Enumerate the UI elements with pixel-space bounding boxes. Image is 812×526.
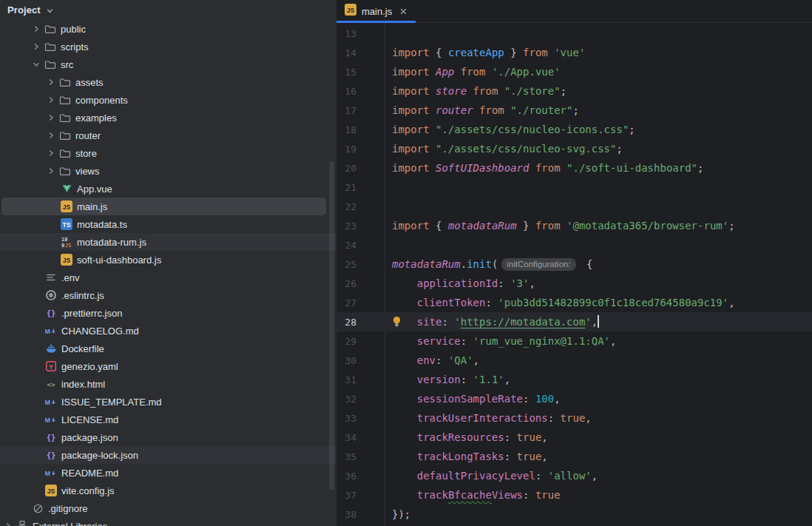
code-line-13[interactable]: 13 <box>336 24 812 43</box>
code-line-31[interactable]: 31 version: '1.1', <box>336 370 812 389</box>
tree-item-issue-template-md[interactable]: MISSUE_TEMPLATE.md <box>0 393 336 411</box>
code-line-16[interactable]: 16import store from "./store"; <box>336 81 812 101</box>
token-pln: , <box>610 335 616 347</box>
chevron-down-icon[interactable] <box>46 7 54 15</box>
line-number[interactable]: 25 <box>336 259 370 270</box>
tree-item-store[interactable]: store <box>0 144 336 162</box>
tree-item-dockerfile[interactable]: Dockerfile <box>0 340 336 357</box>
code-line-33[interactable]: 33 trackUserInteractions: true, <box>336 408 812 428</box>
line-number[interactable]: 29 <box>336 336 370 347</box>
line-number[interactable]: 20 <box>336 163 370 174</box>
line-number[interactable]: 31 <box>336 374 370 385</box>
tree-item-public[interactable]: public <box>0 20 336 38</box>
tree-item-package-lock-json[interactable]: {}package-lock.json <box>0 446 336 464</box>
code-line-37[interactable]: 37 trackBfcacheViews: true <box>336 485 812 505</box>
tree-item-app-vue[interactable]: App.vue <box>0 180 336 198</box>
code-editor[interactable]: 1314import { createApp } from 'vue'15imp… <box>336 23 812 526</box>
code-line-29[interactable]: 29 service: 'rum_vue_nginx@1.1:QA', <box>336 331 812 351</box>
line-number[interactable]: 26 <box>336 278 370 289</box>
code-line-18[interactable]: 18import "./assets/css/nucleo-icons.css"… <box>336 120 812 139</box>
chevron-right-icon[interactable] <box>46 165 55 177</box>
tree-item-motadata-ts[interactable]: TSmotadata.ts <box>0 215 336 233</box>
line-number[interactable]: 13 <box>336 28 370 39</box>
tree-item-main-js[interactable]: JSmain.js <box>0 198 336 215</box>
code-line-38[interactable]: 38}); <box>336 505 812 524</box>
tree-item-package-json[interactable]: {}package.json <box>0 428 336 446</box>
code-line-22[interactable]: 22 <box>336 197 812 216</box>
line-number[interactable]: 38 <box>336 509 370 520</box>
code-line-24[interactable]: 24 <box>336 235 812 254</box>
tree-item-index-html[interactable]: <>index.html <box>0 375 336 393</box>
chevron-right-icon[interactable] <box>31 23 41 35</box>
close-tab-icon[interactable] <box>399 7 407 16</box>
chevron-right-icon[interactable] <box>46 112 55 124</box>
line-number[interactable]: 14 <box>336 47 370 58</box>
code-line-30[interactable]: 30 env: 'QA', <box>336 351 812 370</box>
line-number[interactable]: 22 <box>336 201 370 212</box>
code-line-19[interactable]: 19import "./assets/css/nucleo-svg.css"; <box>336 139 812 158</box>
chevron-right-icon[interactable] <box>46 94 55 106</box>
tree-item-src[interactable]: src <box>0 55 336 73</box>
tree-item-external-libraries[interactable]: External Libraries <box>0 517 336 526</box>
tree-item-router[interactable]: router <box>0 127 336 144</box>
tree-item-gitignore[interactable]: .gitignore <box>0 499 336 517</box>
code-line-23[interactable]: 23import { motadataRum } from '@motadata… <box>336 216 812 235</box>
line-number[interactable]: 33 <box>336 413 370 424</box>
line-number[interactable]: 16 <box>336 86 370 97</box>
chevron-right-icon[interactable] <box>46 129 55 141</box>
line-number[interactable]: 19 <box>336 144 370 155</box>
chevron-right-icon[interactable] <box>46 76 55 88</box>
tree-item-vite-config-js[interactable]: JSvite.config.js <box>0 482 336 499</box>
code-line-25[interactable]: 25motadataRum.init(initConfiguration: { <box>336 254 812 274</box>
line-number[interactable]: 36 <box>336 471 370 482</box>
line-number[interactable]: 21 <box>336 182 370 193</box>
line-number[interactable]: 35 <box>336 451 370 462</box>
code-line-35[interactable]: 35 trackLongTasks: true, <box>336 447 812 466</box>
tree-item-eslintrc-js[interactable]: .eslintrc.js <box>0 286 336 304</box>
project-dropdown-label[interactable]: Project <box>7 4 41 16</box>
tree-item-components[interactable]: components <box>0 91 336 109</box>
code-line-21[interactable]: 21 <box>336 178 812 197</box>
line-number[interactable]: 24 <box>336 240 370 251</box>
line-number[interactable]: 37 <box>336 490 370 501</box>
code-line-14[interactable]: 14import { createApp } from 'vue' <box>336 43 812 62</box>
tree-item-examples[interactable]: examples <box>0 109 336 127</box>
chevron-right-icon[interactable] <box>31 41 41 53</box>
tree-item-changelog-md[interactable]: MCHANGELOG.md <box>0 322 336 340</box>
tree-item-license-md[interactable]: MLICENSE.md <box>0 411 336 428</box>
tree-item-assets[interactable]: assets <box>0 73 336 91</box>
line-number[interactable]: 17 <box>336 105 370 116</box>
code-line-26[interactable]: 26 applicationId: '3', <box>336 274 812 293</box>
project-view-header[interactable]: Project <box>0 0 336 20</box>
tree-item-scripts[interactable]: scripts <box>0 38 336 55</box>
tree-item-genezio-yaml[interactable]: Ygenezio.yaml <box>0 357 336 375</box>
line-number[interactable]: 32 <box>336 394 370 405</box>
chevron-right-icon[interactable] <box>46 147 55 159</box>
chevron-down-icon[interactable] <box>31 58 41 70</box>
intention-bulb-icon[interactable] <box>391 316 402 327</box>
tree-item-soft-ui-dashboard-js[interactable]: JSsoft-ui-dashboard.js <box>0 251 336 269</box>
code-line-36[interactable]: 36 defaultPrivacyLevel: 'allow', <box>336 466 812 485</box>
code-line-15[interactable]: 15import App from './App.vue' <box>336 62 812 81</box>
tree-item-prettierrc-json[interactable]: {}.prettierrc.json <box>0 304 336 322</box>
tree-item-env[interactable]: .env <box>0 269 336 286</box>
line-number[interactable]: 30 <box>336 355 370 366</box>
line-number[interactable]: 18 <box>336 124 370 135</box>
code-line-27[interactable]: 27 clientToken: 'pub3dd51482899c0f1c18ce… <box>336 293 812 312</box>
code-line-20[interactable]: 20import SoftUIDashboard from "./soft-ui… <box>336 158 812 178</box>
tree-item-readme-md[interactable]: MREADME.md <box>0 464 336 482</box>
code-line-32[interactable]: 32 sessionSampleRate: 100, <box>336 389 812 408</box>
code-line-28[interactable]: 28 site: 'https://motadata.com', <box>336 312 812 331</box>
tree-item-views[interactable]: views <box>0 162 336 180</box>
line-number[interactable]: 34 <box>336 432 370 443</box>
tree-item-motadata-rum-js[interactable]: 100JSmotadata-rum.js <box>0 233 336 251</box>
line-number[interactable]: 27 <box>336 297 370 308</box>
line-number[interactable]: 23 <box>336 220 370 232</box>
project-tree-scrollbar-thumb[interactable] <box>329 161 334 490</box>
line-number[interactable]: 15 <box>336 67 370 78</box>
tab-main-js[interactable]: JS main.js <box>336 0 416 22</box>
chevron-right-icon[interactable] <box>3 520 13 526</box>
code-line-17[interactable]: 17import router from "./router"; <box>336 101 812 120</box>
line-number[interactable]: 28 <box>336 317 370 328</box>
code-line-34[interactable]: 34 trackResources: true, <box>336 428 812 447</box>
